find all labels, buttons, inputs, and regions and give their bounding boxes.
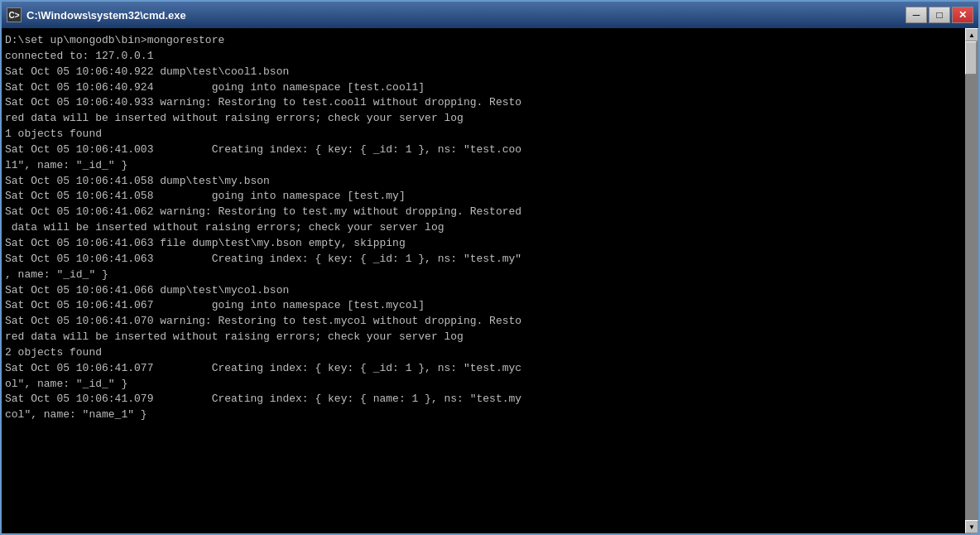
minimize-button[interactable]: ─: [906, 7, 927, 23]
terminal-container: D:\set up\mongodb\bin>mongorestore conne…: [2, 28, 978, 533]
maximize-button[interactable]: □: [929, 7, 950, 23]
scroll-down-button[interactable]: ▼: [965, 520, 978, 533]
terminal-output[interactable]: D:\set up\mongodb\bin>mongorestore conne…: [2, 28, 965, 533]
window-controls: ─ □ ✕: [906, 7, 973, 23]
scrollbar-thumb[interactable]: [965, 41, 977, 75]
cmd-window: C> C:\Windows\system32\cmd.exe ─ □ ✕ D:\…: [0, 0, 980, 535]
scrollbar-track[interactable]: [965, 41, 978, 520]
scrollbar[interactable]: ▲ ▼: [965, 28, 978, 533]
title-bar: C> C:\Windows\system32\cmd.exe ─ □ ✕: [2, 2, 978, 28]
window-title: C:\Windows\system32\cmd.exe: [26, 9, 186, 22]
title-bar-left: C> C:\Windows\system32\cmd.exe: [7, 7, 186, 22]
close-button[interactable]: ✕: [952, 7, 973, 23]
cmd-icon: C>: [7, 7, 22, 22]
scroll-up-button[interactable]: ▲: [965, 28, 978, 41]
